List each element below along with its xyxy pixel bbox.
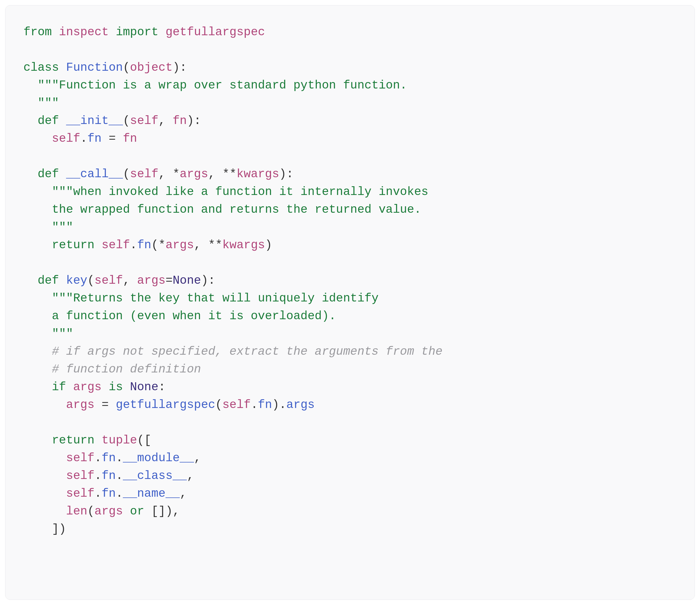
code-token — [23, 274, 38, 287]
code-token: ): — [173, 61, 187, 74]
code-token — [23, 469, 66, 482]
code-token: """when invoked like a function it inter… — [52, 185, 428, 199]
code-token: fn — [173, 114, 187, 128]
code-token: self — [66, 451, 95, 465]
code-token: def — [38, 167, 59, 181]
code-token — [59, 274, 66, 287]
code-token: ( — [123, 167, 130, 181]
code-token: None — [130, 380, 158, 394]
code-token: args — [286, 398, 315, 412]
code-token: ( — [87, 505, 95, 518]
code-token: self — [130, 114, 158, 128]
code-token: """ — [38, 97, 59, 110]
code-token: . — [116, 451, 123, 465]
code-token: args — [137, 274, 166, 287]
code-token — [102, 380, 109, 394]
code-token: = — [95, 398, 116, 412]
code-token — [123, 380, 130, 394]
code-token: . — [251, 398, 258, 412]
code-token: fn — [137, 238, 151, 252]
code-token: args — [180, 167, 208, 181]
code-token: ( — [123, 61, 130, 74]
code-token — [23, 203, 52, 216]
code-token: self — [52, 132, 80, 145]
code-token — [23, 79, 38, 92]
code-token — [23, 185, 52, 199]
code-token: is — [108, 380, 123, 394]
code-token — [23, 221, 52, 234]
code-token: """ — [52, 221, 73, 234]
code-token: a function (even when it is overloaded). — [52, 310, 336, 323]
code-token: args — [95, 505, 123, 518]
code-token: . — [116, 487, 123, 500]
code-token: fn — [87, 132, 101, 145]
code-token: = — [102, 132, 123, 145]
code-token: ]) — [23, 522, 66, 536]
code-token: getfullargspec — [116, 398, 215, 412]
code-token — [23, 451, 66, 465]
code-token: self — [66, 487, 95, 500]
code-token: . — [116, 469, 123, 482]
code-token: []), — [144, 505, 180, 518]
code-token: tuple — [102, 434, 137, 447]
code-token: len — [66, 505, 88, 518]
code-token: __init__ — [66, 114, 123, 128]
code-token: or — [130, 505, 144, 518]
code-token: def — [38, 114, 59, 128]
code-token — [23, 97, 38, 110]
code-token: self — [222, 398, 251, 412]
code-token — [23, 345, 52, 358]
code-token: """ — [52, 327, 73, 341]
code-token: ): — [279, 167, 293, 181]
code-token: args — [166, 238, 194, 252]
code-token — [23, 380, 52, 394]
code-token — [23, 132, 52, 145]
code-token: return — [52, 238, 95, 252]
code-token: fn — [102, 469, 116, 482]
code-token — [52, 25, 59, 39]
code-token: """Function is a wrap over standard pyth… — [38, 79, 407, 92]
code-token: the wrapped function and returns the ret… — [52, 203, 421, 216]
code-token — [23, 487, 66, 500]
code-token — [23, 238, 52, 252]
code-token: : — [158, 380, 166, 394]
code-token: . — [95, 451, 102, 465]
code-token: # if args not specified, extract the arg… — [52, 345, 442, 358]
code-token — [23, 398, 66, 412]
code-token: fn — [123, 132, 137, 145]
code-token — [23, 505, 66, 518]
code-token: , * — [158, 167, 180, 181]
code-token: Function — [66, 61, 123, 74]
code-token — [23, 363, 52, 376]
code-token: object — [130, 61, 173, 74]
code-token: ) — [265, 238, 272, 252]
code-token — [23, 114, 38, 128]
code-token — [108, 25, 116, 39]
code-token — [95, 238, 102, 252]
code-token: . — [95, 487, 102, 500]
code-token: fn — [102, 451, 116, 465]
code-token — [23, 167, 38, 181]
code-token: from — [23, 25, 52, 39]
code-token: class — [23, 61, 59, 74]
code-token — [23, 292, 52, 305]
code-token: , ** — [208, 167, 236, 181]
code-token: __class__ — [123, 469, 187, 482]
code-token: ([ — [137, 434, 151, 447]
code-token: , ** — [194, 238, 222, 252]
code-token: args — [66, 398, 95, 412]
code-token — [95, 434, 102, 447]
code-token: self — [130, 167, 158, 181]
code-token: . — [95, 469, 102, 482]
code-token: self — [66, 469, 95, 482]
code-token: key — [66, 274, 88, 287]
code-token: return — [52, 434, 95, 447]
code-token: , — [158, 114, 173, 128]
code-token: ( — [87, 274, 95, 287]
code-token: def — [38, 274, 59, 287]
code-token: __module__ — [123, 451, 194, 465]
code-token: fn — [102, 487, 116, 500]
code-token: inspect — [59, 25, 108, 39]
code-token: __call__ — [66, 167, 123, 181]
code-block: from inspect import getfullargspec class… — [5, 5, 695, 600]
